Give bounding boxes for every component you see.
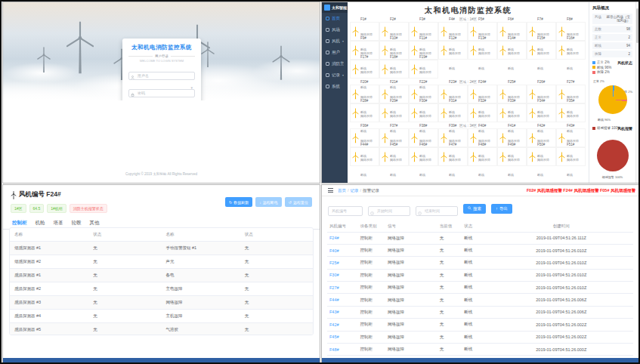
username-input[interactable] [128, 72, 195, 80]
turbine-icon [352, 63, 359, 76]
alarm-row: F44# 控制柜 网络故障 无 断线 2019-01-09T04:51:26.0… [327, 294, 633, 306]
fan-number-link[interactable]: F48# [327, 343, 358, 355]
fan-card[interactable]: F13# 网络故障 断线 [468, 41, 497, 60]
login-title: 太和机电消防监控系统 [128, 44, 195, 51]
dashboard-page: 太和智能 首页 风场 [322, 2, 638, 183]
fan-number-input[interactable] [328, 206, 363, 216]
turbine-icon [382, 26, 388, 38]
sidebar-menu-item[interactable]: 记录 ▾ [322, 69, 348, 81]
legend-swatch [592, 66, 595, 69]
hamburger-icon[interactable] [328, 188, 333, 193]
fan-number-link[interactable]: F27# [327, 282, 358, 294]
sidebar-menu-item[interactable]: 消防主机 [322, 58, 348, 69]
turbine-icon [441, 88, 447, 100]
turbine-icon [411, 88, 418, 100]
sidebar-menu-item[interactable]: 风场 [322, 24, 348, 35]
menu-icon [326, 51, 329, 54]
status-badge: 1#机组 [47, 204, 66, 213]
turbine-icon [382, 88, 388, 100]
action-icon: ↓ [259, 200, 261, 205]
fan-number-link[interactable]: F43# [327, 306, 358, 318]
signal-row: 感温探测器 #5 无 气溶胶 无 [10, 323, 313, 336]
zone-label: 区域：1#区 [348, 17, 589, 21]
status-badge: 消防主机报警状态 [70, 204, 107, 213]
turbine-icon [529, 132, 536, 144]
search-button[interactable]: 搜索 [463, 204, 486, 214]
fan-card[interactable]: F47# 网络故障 断线 [438, 147, 468, 166]
sidebar-menu-item[interactable]: 首页 [322, 13, 348, 24]
fan-number-link[interactable]: F44# [327, 294, 358, 306]
export-button[interactable]: ↑ 导出 [491, 204, 512, 214]
action-button[interactable]: ↓ 远程断电 [255, 197, 282, 207]
signal-row: 感温探测器 #4 无 主机故障 无 [10, 310, 313, 323]
fan-number-link[interactable]: F30# [327, 269, 358, 281]
alarm-marquee: F02# 风机烟感报警 F24# 风机烟感报警 F05# 风机烟感报警 [527, 188, 635, 193]
password-input[interactable] [128, 89, 195, 97]
turbine-icon [558, 45, 565, 57]
alarm-row: F45# 控制柜 网络故障 无 断线 2019-01-09T04:51:26.0… [327, 331, 633, 343]
fan-card[interactable]: F50# 网络故障 断线 [527, 147, 556, 166]
fan-card[interactable]: F46# 网络故障 断线 [409, 147, 438, 166]
fan-number-link[interactable]: F42# [327, 319, 358, 331]
signal-table: 名称 状态 名称 状态 烟感探测器 #1 无 手动报警按钮 #1 无 [10, 228, 313, 335]
start-time-input[interactable] [368, 206, 410, 216]
dashboard-title: 太和机电消防监控系统 [348, 5, 589, 16]
fan-card[interactable]: F44# 网络故障 断线 [350, 147, 379, 166]
sidebar-menu-item[interactable]: 风机 ▾ [322, 35, 348, 47]
alarm-row: F27# 控制柜 网络故障 无 断线 2019-01-09T04:51:26.0… [327, 282, 633, 294]
screenshot-collage: 太和机电消防监控系统 用户登录 WELCOME TO LOGIN SYSTEM [0, 0, 640, 364]
turbine-icon [529, 151, 536, 163]
alarm-row: F25# 控制柜 网络故障 无 断线 2019-01-09T04:51:26.0… [327, 257, 633, 269]
action-button[interactable]: ↻ 数据刷新 [225, 197, 252, 207]
turbine-icon [470, 45, 477, 57]
turbine-icon [411, 107, 418, 119]
status-pie-chart [598, 85, 627, 114]
search-icon [468, 206, 471, 211]
turbine-icon [499, 132, 506, 144]
fan-card[interactable]: F48# 网络故障 断线 [468, 147, 497, 166]
action-button[interactable]: ↺ 远程复位 [285, 197, 312, 207]
menu-icon [326, 62, 329, 66]
chevron-down-icon[interactable]: ▾ [190, 85, 193, 90]
turbine-icon [470, 132, 477, 144]
export-icon: ↑ [496, 206, 498, 211]
action-icon: ↻ [229, 200, 232, 205]
fan-number-link[interactable]: F45# [327, 331, 358, 343]
fan-grid-zone1: F1# 网络故障 断线 F2# 网络故障 断线 [348, 22, 589, 79]
turbine-icon [441, 132, 447, 144]
legend-swatch [592, 71, 595, 74]
fan-actions: ↻ 数据刷新 ↓ 远程断电 ↺ 远程复位 [225, 197, 312, 207]
status-pie-title: 风机状态 [617, 60, 632, 65]
status-badge: 64.5 [29, 204, 45, 213]
fan-detail-title: 风机编号 F24# [19, 190, 61, 199]
wind-turbine-graphic [66, 19, 94, 76]
legend-item: 故障 2% [592, 70, 632, 74]
fan-card[interactable]: F16# 网络故障 断线 [556, 41, 586, 60]
scrollbar-thumb[interactable] [636, 8, 638, 43]
turbine-icon [411, 151, 418, 163]
scrollbar[interactable] [635, 2, 638, 183]
menu-icon [326, 73, 329, 77]
fan-card[interactable]: F12# 网络故障 断线 [438, 41, 468, 60]
fan-card[interactable]: F45# 网络故障 断线 [379, 147, 409, 166]
fan-card[interactable]: F15# 网络故障 断线 [527, 41, 556, 60]
menu-icon [326, 85, 329, 88]
turbine-icon [441, 45, 447, 57]
fan-number-link[interactable]: F40# [327, 244, 358, 256]
signal-row: 感温探测器 #2 无 主电故障 无 [10, 282, 313, 296]
sidebar-menu-item[interactable]: 系统 [322, 81, 348, 92]
fan-card[interactable]: F51# 网络故障 断线 [556, 147, 586, 166]
overview-stats: 风场 观音山风场（宝莲风场） 总数 98 正常 2 断线 [592, 14, 632, 57]
fan-card[interactable]: F14# 网络故障 断线 [497, 41, 527, 60]
sidebar-menu-item[interactable]: 用户 [322, 47, 348, 58]
fan-number-link[interactable]: F25# [327, 257, 358, 269]
end-time-input[interactable] [416, 206, 458, 216]
username-field-wrap [128, 66, 195, 80]
status-badge: 1#区 [11, 204, 26, 213]
stat-row: 断线 94 [592, 42, 632, 49]
turbine-icon [352, 45, 359, 57]
turbine-icon [529, 45, 536, 57]
fan-card[interactable]: F49# 网络故障 断线 [497, 147, 527, 166]
turbine-icon [470, 26, 477, 38]
fan-number-link[interactable]: F24# [327, 232, 358, 244]
